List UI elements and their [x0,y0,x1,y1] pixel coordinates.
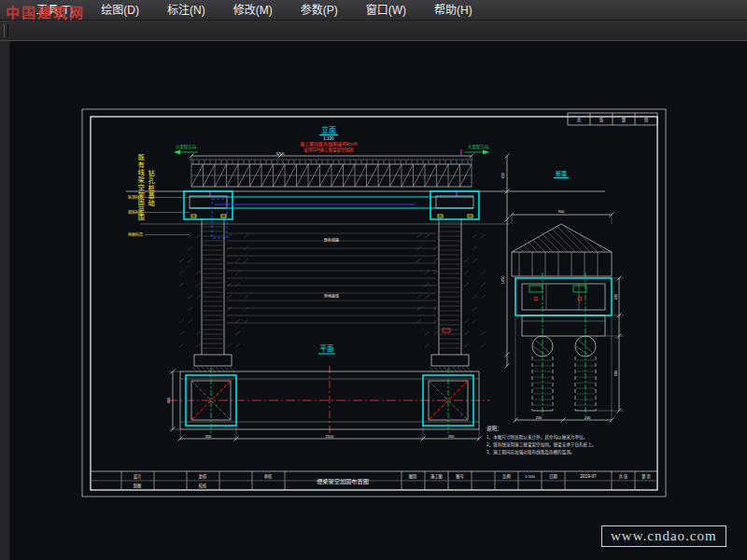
cad-application-window: 工具(T) 绘图(D) 标注(N) 修改(M) 参数(P) 窗口(W) 帮助(H… [0,0,747,560]
elevation-red-note: 施工期间既有线限速45km/h [300,141,358,147]
svg-text:900: 900 [558,209,565,214]
pier-cap-section [522,315,605,336]
note-line: 2、既有线采用施工便梁架空加固，便梁支承于钻孔桩上。 [486,441,596,448]
index-cell: 共 [577,117,582,123]
toolbar[interactable] [0,21,747,41]
vertical-annotation-range: 既有线架空加固范围 [137,154,144,221]
plan-view: 平面 350 2 [166,344,491,439]
section-view: 断面 900 [512,170,619,420]
svg-text:日期: 日期 [549,474,557,480]
index-cell: 张 [599,117,604,123]
menu-window[interactable]: 窗口(W) [352,0,420,21]
svg-text:设计: 设计 [134,473,141,480]
index-cell: 页 [644,118,649,123]
right-pier [431,219,469,366]
section-title: 断面 [556,170,567,177]
track-label: 既有线路 [324,237,339,243]
ground-label: 原地面线 [324,293,339,299]
elevation-red-note: 采用D24施工便梁架空加固 [303,147,354,153]
svg-text:图号: 图号 [456,474,463,480]
sheet-index-table: 共 张 第 页 [568,113,657,125]
svg-text:2500: 2500 [326,434,335,439]
notes-title: 说明： [486,425,502,432]
svg-text:第 页: 第 页 [641,473,651,480]
direction-arrow-right: 大里程方向 [461,144,489,155]
menu-modify[interactable]: 修改(M) [219,0,287,21]
svg-text:400: 400 [166,397,171,403]
svg-text:3200: 3200 [276,151,286,156]
plan-title: 平面 [320,344,334,353]
notes-block: 说明： 1、本图尺寸除高程以米计外，其余均以厘米为单位。 2、既有线采用施工便梁… [486,425,596,455]
direction-arrow-left: 小里程方向 [174,144,198,155]
svg-text:施工图: 施工图 [430,473,443,480]
svg-text:650: 650 [500,172,505,178]
left-dock-panel[interactable] [0,41,10,560]
watermark-url: www.cndao.com [601,525,726,547]
svg-text:350: 350 [205,434,212,439]
note-line: 3、施工期间应加强对既有线路及雨棚的监测。 [486,449,574,455]
svg-text:240: 240 [536,415,543,420]
elevation-view: 立面 1:100 施工期间既有线限速45km/h 采用D24施工便梁架空加固 小… [126,125,605,366]
svg-text:580: 580 [613,370,618,376]
cad-drawing: 共 张 第 页 立面 1:100 施工期间既有线限速45km/h 采用D24施工… [0,41,747,560]
detail-box-blue [212,199,416,238]
span-dimension: 3200 [191,151,472,165]
note-line: 1、本图尺寸除高程以米计外，其余均以厘米为单位。 [486,434,587,441]
menu-bar: 工具(T) 绘图(D) 标注(N) 修改(M) 参数(P) 窗口(W) 帮助(H… [0,0,747,21]
canopy-roof: 900 [512,209,612,276]
svg-text:1450: 1450 [500,275,505,285]
svg-text:420: 420 [613,293,618,300]
toolbar-grip[interactable] [4,24,8,37]
menu-help[interactable]: 帮助(H) [420,0,486,21]
menu-draw[interactable]: 绘图(D) [87,0,153,21]
deck-girder [184,191,479,219]
svg-text:比例: 比例 [502,473,510,480]
section-dimensions: 240 240 420 580 [515,278,619,420]
title-block: 设计 复核 审核 制图 校核 便梁架空加固布置图 图别 施工图 图号 比例 1:… [134,473,651,489]
svg-text:地面标高: 地面标高 [128,231,143,237]
vertical-annotation-pile: 钻孔桩基础 [148,170,154,207]
svg-text:1:100: 1:100 [525,474,535,479]
left-pier [194,219,232,366]
drawing-canvas[interactable]: 共 张 第 页 立面 1:100 施工期间既有线限速45km/h 采用D24施工… [0,41,747,560]
height-dimension: 650 1450 [500,156,507,366]
drawing-title: 便梁架空加固布置图 [317,478,369,485]
svg-text:350: 350 [448,434,455,439]
index-cell: 第 [622,117,627,123]
svg-text:审核: 审核 [264,473,273,480]
svg-text:复核: 复核 [199,473,207,480]
svg-text:小里程方向: 小里程方向 [176,144,197,150]
plan-dimensions: 350 2500 350 400 [166,371,480,439]
svg-text:共 张: 共 张 [619,473,628,480]
watermark-site-name: 中国建筑网 [6,2,85,21]
svg-text:校核: 校核 [199,483,207,489]
box-girder-section [515,278,612,315]
svg-text:大里程方向: 大里程方向 [468,144,489,150]
menu-parameters[interactable]: 参数(P) [287,0,352,21]
svg-text:图别: 图别 [409,473,416,480]
svg-text:制图: 制图 [134,483,141,489]
menu-dimension[interactable]: 标注(N) [153,0,219,21]
elevation-title: 立面 [321,125,336,134]
drawing-date: 2019-07 [580,474,597,479]
svg-text:240: 240 [585,415,591,420]
